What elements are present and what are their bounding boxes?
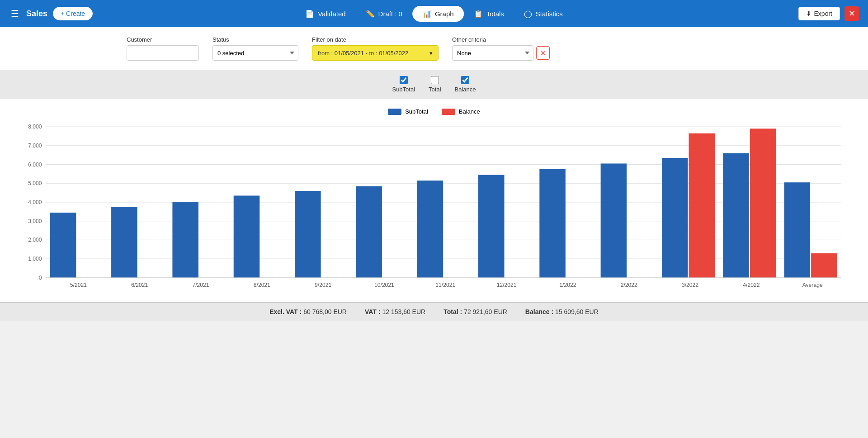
subtotal-legend-color: [388, 109, 401, 115]
total-value: 72 921,60 EUR: [464, 308, 507, 315]
other-criteria-row: None ✕: [452, 45, 550, 61]
status-filter-group: Status 0 selected: [212, 36, 298, 61]
top-bar: ☰ Sales + Create 📄Validated✏️Draft : 0📊G…: [0, 0, 868, 27]
chevron-down-icon: ▾: [429, 50, 433, 57]
balance-legend-label: Balance: [459, 108, 480, 115]
create-button[interactable]: + Create: [53, 7, 93, 20]
svg-text:1,000: 1,000: [28, 256, 42, 262]
x-label-10: 3/2022: [682, 282, 698, 288]
balance-label: Balance :: [525, 308, 553, 315]
bar-balance-12: [811, 253, 837, 278]
chart-legend: SubTotal Balance: [18, 108, 850, 115]
total-checkbox-label: Total: [429, 86, 441, 93]
footer-bar: Excl. VAT : 60 768,00 EUR VAT : 12 153,6…: [0, 302, 868, 321]
customer-input[interactable]: [127, 45, 199, 61]
bar-subtotal-6: [417, 181, 443, 278]
hamburger-button[interactable]: ☰: [9, 6, 21, 21]
filter-bar: Customer Status 0 selected Filter on dat…: [0, 27, 868, 70]
svg-text:2,000: 2,000: [28, 237, 42, 243]
date-label: Filter on date: [312, 36, 439, 43]
statistics-tab-icon: ◯: [524, 10, 532, 18]
date-range-button[interactable]: from : 01/05/2021 - to : 01/05/2022 ▾: [312, 45, 439, 61]
balance-legend-color: [442, 109, 455, 115]
status-label: Status: [212, 36, 298, 43]
vat-value: 12 153,60 EUR: [382, 308, 425, 315]
top-bar-left: ☰ Sales + Create: [9, 6, 93, 21]
checkbox-row: SubTotal Total Balance: [0, 70, 868, 99]
excl-vat-label: Excl. VAT :: [269, 308, 302, 315]
tab-totals[interactable]: 📋Totals: [464, 6, 514, 22]
total-checkbox-group: Total: [429, 76, 441, 93]
export-icon: ⬇: [806, 10, 811, 17]
status-select[interactable]: 0 selected: [212, 45, 298, 61]
date-range-value: from : 01/05/2021 - to : 01/05/2022: [318, 50, 408, 57]
bar-subtotal-2: [172, 202, 198, 278]
vat-item: VAT : 12 153,60 EUR: [365, 308, 425, 315]
validated-tab-label: Validated: [318, 10, 345, 18]
vat-label: VAT :: [365, 308, 380, 315]
balance-item: Balance : 15 609,60 EUR: [525, 308, 599, 315]
x-label-7: 12/2021: [497, 282, 517, 288]
close-button[interactable]: ✕: [844, 6, 859, 21]
top-bar-right: ⬇ Export ✕: [798, 6, 859, 21]
subtotal-checkbox[interactable]: [400, 76, 408, 84]
svg-text:6,000: 6,000: [28, 162, 42, 168]
x-label-1: 6/2021: [131, 282, 148, 288]
clear-criteria-button[interactable]: ✕: [536, 46, 550, 60]
draft-tab-icon: ✏️: [366, 10, 375, 18]
balance-checkbox-label: Balance: [455, 86, 476, 93]
tab-graph[interactable]: 📊Graph: [412, 6, 464, 22]
other-criteria-select[interactable]: None: [452, 45, 533, 61]
x-label-9: 2/2022: [621, 282, 637, 288]
x-label-12: Average: [802, 282, 823, 288]
tab-bar: 📄Validated✏️Draft : 0📊Graph📋Totals◯Stati…: [295, 6, 573, 22]
svg-text:5,000: 5,000: [28, 180, 42, 186]
svg-text:7,000: 7,000: [28, 143, 42, 149]
svg-text:3,000: 3,000: [28, 218, 42, 224]
bar-subtotal-8: [539, 169, 566, 278]
x-label-0: 5/2021: [70, 282, 87, 288]
subtotal-legend-label: SubTotal: [405, 108, 428, 115]
bar-subtotal-3: [234, 195, 260, 277]
subtotal-checkbox-label: SubTotal: [392, 86, 415, 93]
total-label: Total :: [443, 308, 462, 315]
chart-svg-container: 01,0002,0003,0004,0005,0006,0007,0008,00…: [18, 122, 850, 298]
x-label-6: 11/2021: [435, 282, 455, 288]
x-label-5: 10/2021: [374, 282, 394, 288]
totals-tab-icon: 📋: [474, 10, 483, 18]
tab-validated[interactable]: 📄Validated: [295, 6, 355, 22]
subtotal-checkbox-group: SubTotal: [392, 76, 415, 93]
tab-draft[interactable]: ✏️Draft : 0: [356, 6, 412, 22]
bar-balance-10: [689, 133, 715, 278]
x-label-4: 9/2021: [315, 282, 331, 288]
bar-balance-11: [750, 129, 776, 277]
bar-subtotal-12: [784, 182, 811, 278]
x-label-11: 4/2022: [743, 282, 760, 288]
customer-label: Customer: [127, 36, 199, 43]
bar-subtotal-9: [601, 163, 627, 277]
excl-vat-item: Excl. VAT : 60 768,00 EUR: [269, 308, 347, 315]
bar-subtotal-5: [356, 186, 382, 277]
balance-checkbox[interactable]: [461, 76, 469, 84]
tab-statistics[interactable]: ◯Statistics: [514, 6, 573, 22]
bar-subtotal-10: [662, 158, 688, 278]
app-title: Sales: [26, 9, 47, 19]
subtotal-legend-item: SubTotal: [388, 108, 428, 115]
svg-text:4,000: 4,000: [28, 199, 42, 205]
svg-text:0: 0: [39, 275, 42, 281]
bar-subtotal-4: [295, 191, 321, 278]
svg-text:8,000: 8,000: [28, 124, 42, 130]
export-button[interactable]: ⬇ Export: [798, 7, 840, 20]
validated-tab-icon: 📄: [305, 10, 314, 18]
graph-tab-icon: 📊: [422, 10, 431, 18]
other-criteria-filter-group: Other criteria None ✕: [452, 36, 550, 61]
draft-tab-label: Draft : 0: [378, 10, 402, 18]
customer-filter-group: Customer: [127, 36, 199, 61]
date-filter-group: Filter on date from : 01/05/2021 - to : …: [312, 36, 439, 61]
excl-vat-value: 60 768,00 EUR: [303, 308, 347, 315]
total-checkbox[interactable]: [431, 76, 439, 84]
bar-subtotal-0: [50, 213, 76, 278]
other-criteria-label: Other criteria: [452, 36, 550, 43]
x-label-2: 7/2021: [192, 282, 209, 288]
bar-subtotal-1: [111, 207, 137, 277]
